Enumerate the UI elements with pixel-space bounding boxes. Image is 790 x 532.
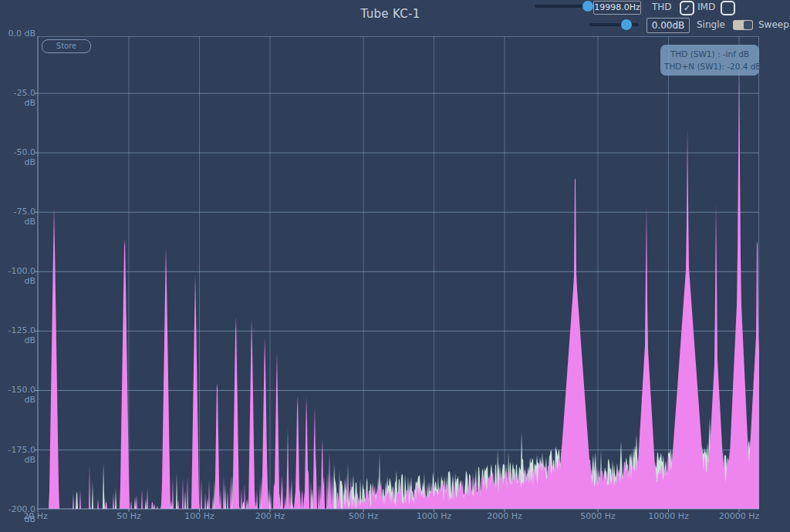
thd-readout: THD (SW1) : -inf dB (664, 48, 755, 60)
y-axis-label: -25.0 dB (0, 88, 35, 108)
x-axis-label: 5000 Hz (567, 511, 629, 521)
y-axis-label: -175.0 dB (0, 445, 35, 465)
x-axis-label: 1000 Hz (403, 511, 464, 521)
x-axis-label: 500 Hz (333, 511, 394, 521)
level-readout-field[interactable]: 0.00dB (647, 18, 690, 33)
x-axis-label: 10000 Hz (637, 511, 699, 521)
y-axis-label: -50.0 dB (0, 147, 35, 167)
single-sweep-toggle[interactable] (733, 20, 753, 30)
sweep-frequency-slider-thumb[interactable] (582, 1, 593, 12)
imd-label: IMD (697, 2, 715, 12)
spectrum-plot[interactable] (35, 36, 759, 512)
y-axis-label: -125.0 dB (0, 325, 35, 345)
sweep-label: Sweep (758, 19, 789, 30)
x-axis-label: 20000 Hz (708, 511, 770, 521)
measurement-readout-panel: THD (SW1) : -inf dB THD+N (SW1): -20.4 d… (660, 45, 759, 76)
single-label: Single (697, 19, 725, 30)
thd-checkbox[interactable]: ✓ (680, 1, 694, 15)
level-slider-thumb[interactable] (621, 19, 632, 30)
y-axis-label: 0.0 dB (0, 29, 35, 39)
imd-checkbox[interactable] (721, 1, 735, 15)
check-icon: ✓ (684, 3, 690, 13)
x-axis-label: 20 Hz (5, 511, 66, 521)
analyzer-window: Tube KC-1 19998.0Hz THD ✓ IMD 0.00dB Sin… (0, 0, 790, 532)
x-axis-label: 50 Hz (98, 511, 160, 521)
x-axis-label: 100 Hz (168, 511, 230, 521)
y-axis-label: -150.0 dB (0, 385, 35, 405)
x-axis-label: 2000 Hz (474, 511, 535, 521)
x-axis-label: 200 Hz (239, 511, 301, 521)
store-button[interactable]: Store (42, 39, 91, 53)
y-axis-label: -75.0 dB (0, 207, 35, 227)
y-axis-label: -100.0 dB (0, 266, 35, 286)
toggle-knob-icon (744, 21, 752, 29)
thd-label: THD (652, 2, 672, 12)
thd-n-readout: THD+N (SW1): -20.4 dB (664, 60, 755, 72)
frequency-readout-field[interactable]: 19998.0Hz (593, 1, 641, 15)
